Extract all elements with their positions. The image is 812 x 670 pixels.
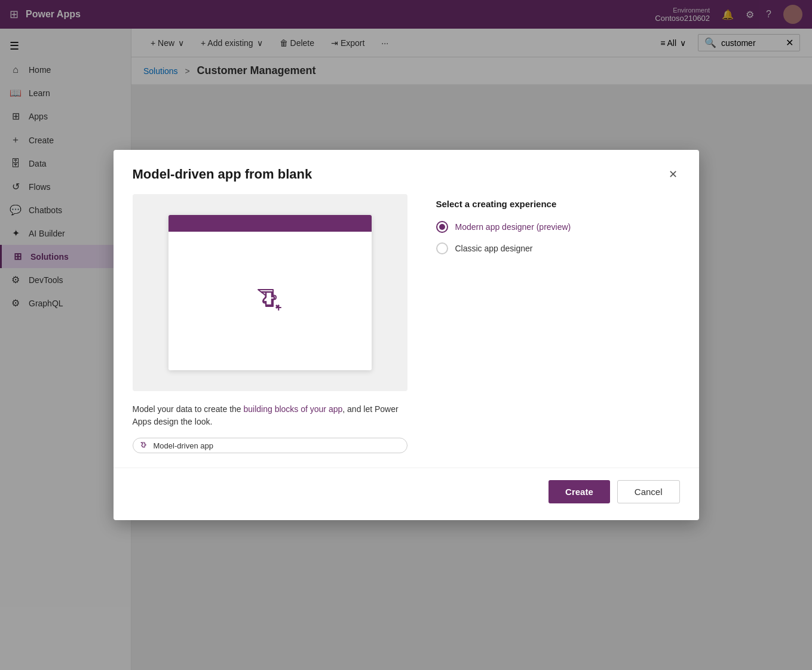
radio-classic-circle[interactable] (436, 242, 448, 254)
modal: Model-driven app from blank ✕ (114, 150, 699, 520)
modal-description: Model your data to create the building b… (133, 403, 407, 428)
model-driven-icon: + (249, 280, 291, 322)
modal-left: + Model your data to create the building… (133, 194, 407, 453)
modal-body: + Model your data to create the building… (114, 194, 699, 468)
modal-footer: Create Cancel (114, 468, 699, 520)
modal-overlay[interactable]: Model-driven app from blank ✕ (0, 0, 812, 670)
modal-close-button[interactable]: ✕ (666, 167, 680, 182)
create-button[interactable]: Create (549, 480, 610, 503)
modal-title: Model-driven app from blank (133, 167, 312, 182)
modal-desc-start: Model your data to create the (133, 404, 244, 414)
cancel-button[interactable]: Cancel (617, 480, 680, 503)
radio-modern-label: Modern app designer (preview) (455, 222, 571, 232)
radio-classic[interactable]: Classic app designer (436, 242, 680, 254)
preview-header (168, 215, 372, 232)
preview-body: + (168, 232, 372, 370)
modal-header: Model-driven app from blank ✕ (114, 150, 699, 194)
svg-text:+: + (275, 302, 282, 314)
modal-tag-button[interactable]: Model-driven app (133, 438, 407, 453)
modal-right: Select a creating experience Modern app … (436, 194, 680, 453)
tag-puzzle-icon (139, 441, 149, 450)
experience-title: Select a creating experience (436, 199, 680, 209)
app-preview: + (133, 194, 407, 391)
radio-classic-label: Classic app designer (455, 244, 533, 253)
modal-desc-link[interactable]: building blocks of your app (244, 404, 343, 414)
radio-modern-circle[interactable] (436, 221, 448, 233)
radio-modern[interactable]: Modern app designer (preview) (436, 221, 680, 233)
preview-window: + (168, 215, 372, 370)
radio-group: Modern app designer (preview) Classic ap… (436, 221, 680, 254)
tag-label: Model-driven app (154, 441, 213, 450)
